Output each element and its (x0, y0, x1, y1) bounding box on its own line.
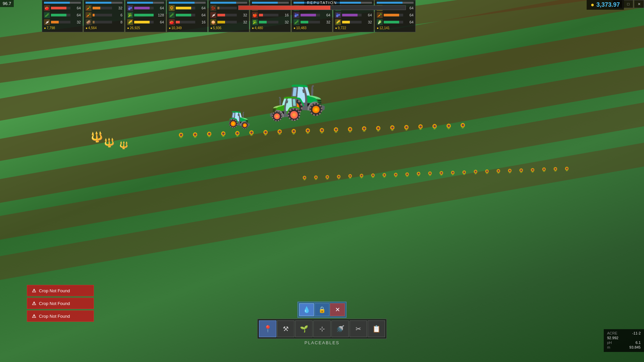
crop-icon: 🫐 (293, 12, 300, 18)
crop-bar (384, 14, 403, 16)
scythe-btn[interactable]: ⚒ (277, 320, 294, 337)
crop-bar (301, 14, 320, 16)
crop-icon: 🫘 (210, 5, 216, 11)
crop-icon: 🍅 (44, 5, 50, 11)
crop-count: 32 (279, 20, 289, 24)
acre-value: -11·2 (632, 331, 641, 335)
crop-bar (134, 14, 154, 16)
reputation-bar-container: REPUTATION (238, 0, 406, 10)
crop-bar (217, 7, 237, 9)
rake-btn[interactable]: ⊹ (313, 320, 331, 337)
crop-bar (176, 21, 195, 23)
crop-count: 32 (238, 13, 247, 17)
reputation-bar-fill (238, 6, 330, 10)
crop-row-8-3: 🌽32 (335, 19, 372, 25)
crop-row-9-3: 🥬64 (377, 19, 414, 25)
m-label: m (607, 345, 610, 349)
crop-count: 64 (196, 13, 206, 17)
crop-row-3-3: 🌽64 (127, 19, 164, 25)
crop-count: 64 (321, 13, 330, 17)
crop-bar (217, 14, 237, 16)
crop-icon: 🌻 (169, 5, 175, 11)
alert-item-3[interactable]: ⚠Crop Not Found (27, 310, 94, 322)
water-btn[interactable]: 🚿 (331, 320, 349, 337)
info-btn[interactable]: 📋 (368, 320, 385, 337)
crop-row-5-3: 🧅32 (210, 19, 247, 25)
crop-row-4-2: 🥒64 (169, 12, 206, 18)
alerts-container: ⚠Crop Not Found⚠Crop Not Found⚠Crop Not … (27, 285, 94, 322)
crop-icon: 🌽 (335, 19, 341, 25)
crop-icon: 🌶 (210, 12, 216, 18)
alert-icon: ⚠ (32, 313, 36, 319)
close-button[interactable]: ✕ (634, 0, 644, 8)
crop-icon: 🥕 (377, 12, 383, 18)
crop-count: 64 (71, 6, 81, 10)
card-money: ● 5,936 (210, 26, 247, 30)
money-value: 3,373.97 (596, 1, 620, 8)
crop-count: 64 (404, 20, 414, 24)
crop-row-6-2: 🍎16 (252, 12, 289, 18)
m-value: 93.845 (629, 345, 641, 349)
reputation-label: REPUTATION (304, 0, 339, 5)
crop-row-6-3: 🥦32 (252, 19, 289, 25)
close-tool-btn[interactable]: ✕ (330, 303, 345, 316)
card-money: ● 10,483 (293, 26, 330, 30)
crop-icon: 🥒 (169, 12, 175, 18)
fps-counter: 96.7 (0, 0, 14, 7)
farm-card-2[interactable]: 🥕32🥕6🥔8● 4,564 (84, 0, 124, 32)
crop-count: 64 (404, 13, 414, 17)
alert-text: Crop Not Found (39, 301, 70, 306)
prune-btn[interactable]: ✂ (350, 320, 367, 337)
crop-count: 64 (155, 20, 164, 24)
card-money: ● 10,349 (169, 26, 206, 30)
fps-value: 96.7 (3, 1, 11, 6)
maximize-button[interactable]: □ (623, 0, 633, 8)
money-icon: ● (591, 1, 594, 8)
crop-icon: 🧅 (210, 19, 216, 25)
crop-row-7-2: 🫐64 (293, 12, 330, 18)
crop-count: 64 (155, 6, 164, 10)
acre-label: ACRE (607, 331, 618, 335)
toolbar-top: 💧🔒✕ (298, 302, 346, 318)
lock-tool-btn[interactable]: 🔒 (315, 303, 329, 316)
crop-icon: 🥔 (86, 19, 92, 25)
crop-bar (51, 21, 70, 23)
crop-icon: 🥒 (44, 12, 50, 18)
crop-count: 32 (71, 20, 81, 24)
crop-bar (134, 21, 154, 23)
crop-bar (93, 21, 112, 23)
water-tool-btn[interactable]: 💧 (299, 303, 314, 316)
crop-bar (342, 14, 362, 16)
crop-row-1-3: 🌶32 (44, 19, 81, 25)
toolbar-label: PLACEABLES (305, 340, 340, 345)
toolbar-main: 📍⚒🌱⊹🚿✂📋 (257, 319, 387, 339)
crop-count: 64 (363, 13, 372, 17)
crop-bar (217, 21, 237, 23)
crop-icon: 🍅 (169, 19, 175, 25)
crop-row-8-2: 🫐64 (335, 12, 372, 18)
crop-bar (342, 21, 362, 23)
farm-card-1[interactable]: 🍅64🥒64🌶32● 7,798 (42, 0, 83, 32)
card-money: ● 4,480 (252, 26, 289, 30)
alert-icon: ⚠ (32, 301, 36, 306)
bottom-right-info: ACRE -11·2 92.992 pH 6.1 m 93.845 (604, 329, 644, 352)
crop-count: 32 (363, 20, 372, 24)
crop-count: 16 (196, 20, 206, 24)
farm-card-4[interactable]: 🌻64🥒64🍅16● 10,349 (167, 0, 208, 32)
alert-item-1[interactable]: ⚠Crop Not Found (27, 285, 94, 296)
crop-bar (176, 14, 195, 16)
crop-count: 64 (71, 13, 81, 17)
crop-row-3-1: 🫐64 (127, 5, 164, 11)
alert-icon: ⚠ (32, 288, 36, 293)
crop-count: 16 (279, 13, 289, 17)
alert-text: Crop Not Found (39, 288, 70, 293)
ph-value: 6.1 (636, 341, 641, 345)
spray-btn[interactable]: 🌱 (295, 320, 313, 337)
crop-row-1-2: 🥒64 (44, 12, 81, 18)
crop-icon: 🥦 (127, 12, 133, 18)
alert-item-2[interactable]: ⚠Crop Not Found (27, 298, 94, 309)
crop-bar (93, 7, 112, 9)
crop-icon: 🌶 (44, 19, 50, 25)
farm-card-3[interactable]: 🫐64🥦128🌽64● 26,925 (125, 0, 166, 32)
place-btn[interactable]: 📍 (259, 320, 276, 337)
